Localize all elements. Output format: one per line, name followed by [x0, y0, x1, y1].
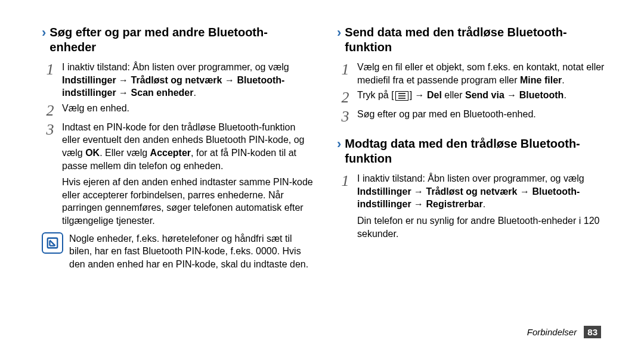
page-number: 83	[584, 326, 601, 338]
step-number: 2	[43, 103, 57, 119]
left-step-3: 3 Indtast en PIN-kode for den trådløse B…	[43, 121, 313, 172]
txt: Vælg en fil eller et objekt, som f.eks. …	[357, 62, 604, 85]
heading-text: Send data med den trådløse Bluetooth-fun…	[345, 25, 608, 55]
note-block: Nogle enheder, f.eks. høretelefoner og h…	[42, 232, 313, 271]
chevron-icon: ›	[337, 136, 341, 152]
receive-step-1: 1 I inaktiv tilstand: Åbn listen over pr…	[338, 172, 608, 211]
bold-bluetooth: Bluetooth	[519, 90, 564, 100]
page-footer: Forbindelser 83	[527, 326, 601, 338]
menu-icon	[395, 91, 408, 101]
txt: .	[483, 199, 485, 209]
step-text: Vælg en enhed.	[57, 102, 313, 115]
txt: . Eller vælg	[100, 148, 150, 158]
bold-path: Indstillinger → Trådløst og netværk → Bl…	[62, 75, 284, 98]
txt: I inaktiv tilstand: Åbn listen over prog…	[62, 62, 289, 72]
txt: .	[562, 75, 564, 85]
bold-del: Del	[427, 90, 442, 100]
svg-line-1	[49, 240, 55, 245]
receive-data-heading: › Modtag data med den trådløse Bluetooth…	[337, 136, 608, 166]
step-text: Vælg en fil eller et objekt, som f.eks. …	[352, 61, 608, 86]
page-columns: › Søg efter og par med andre Bluetooth-e…	[42, 18, 608, 270]
txt: eller	[442, 90, 465, 100]
send-step-2: 2 Tryk på [] → Del eller Send via → Blue…	[338, 89, 608, 105]
txt: Tryk på [	[357, 90, 394, 100]
note-text: Nogle enheder, f.eks. høretelefoner og h…	[69, 232, 313, 271]
heading-text: Søg efter og par med andre Bluetooth-enh…	[49, 25, 313, 55]
step-number: 1	[43, 62, 57, 77]
step-text: Tryk på [] → Del eller Send via → Blueto…	[352, 89, 608, 102]
left-step-2: 2 Vælg en enhed.	[43, 102, 313, 119]
left-paragraph: Hvis ejeren af den anden enhed indtaster…	[62, 176, 313, 227]
footer-section-label: Forbindelser	[527, 327, 577, 337]
chevron-icon: ›	[42, 25, 46, 40]
txt: →	[504, 90, 519, 100]
step-text: I inaktiv tilstand: Åbn listen over prog…	[352, 172, 608, 211]
step-text: I inaktiv tilstand: Åbn listen over prog…	[57, 61, 313, 99]
txt: I inaktiv tilstand: Åbn listen over prog…	[357, 173, 584, 183]
bold-sendvia: Send via	[465, 90, 504, 100]
search-pair-heading: › Søg efter og par med andre Bluetooth-e…	[42, 25, 313, 55]
txt: ] →	[410, 90, 427, 100]
bold-path: Indstillinger → Trådløst og netværk → Bl…	[357, 186, 580, 210]
step-number: 1	[338, 173, 352, 189]
step-number: 3	[43, 122, 57, 138]
receive-paragraph: Din telefon er nu synlig for andre Bluet…	[357, 214, 608, 240]
step-text: Søg efter og par med en Bluetooth-enhed.	[352, 108, 608, 121]
send-step-1: 1 Vælg en fil eller et objekt, som f.eks…	[338, 61, 608, 86]
bold-ok: OK	[85, 148, 100, 158]
bold-accepter: Accepter	[150, 148, 191, 158]
step-number: 2	[338, 90, 352, 105]
heading-text: Modtag data med den trådløse Bluetooth-f…	[345, 136, 608, 166]
step-number: 1	[338, 62, 352, 77]
step-text: Indtast en PIN-kode for den trådløse Blu…	[57, 121, 313, 172]
txt: .	[194, 88, 196, 98]
left-column: › Søg efter og par med andre Bluetooth-e…	[42, 18, 313, 270]
bold-mine-filer: Mine filer	[520, 75, 562, 85]
send-data-heading: › Send data med den trådløse Bluetooth-f…	[337, 25, 608, 55]
left-step-1: 1 I inaktiv tilstand: Åbn listen over pr…	[43, 61, 313, 99]
txt: .	[564, 90, 566, 100]
send-step-3: 3 Søg efter og par med en Bluetooth-enhe…	[338, 108, 608, 124]
note-icon	[42, 232, 63, 254]
chevron-icon: ›	[337, 25, 341, 40]
step-number: 3	[338, 109, 352, 124]
right-column: › Send data med den trådløse Bluetooth-f…	[337, 18, 608, 270]
